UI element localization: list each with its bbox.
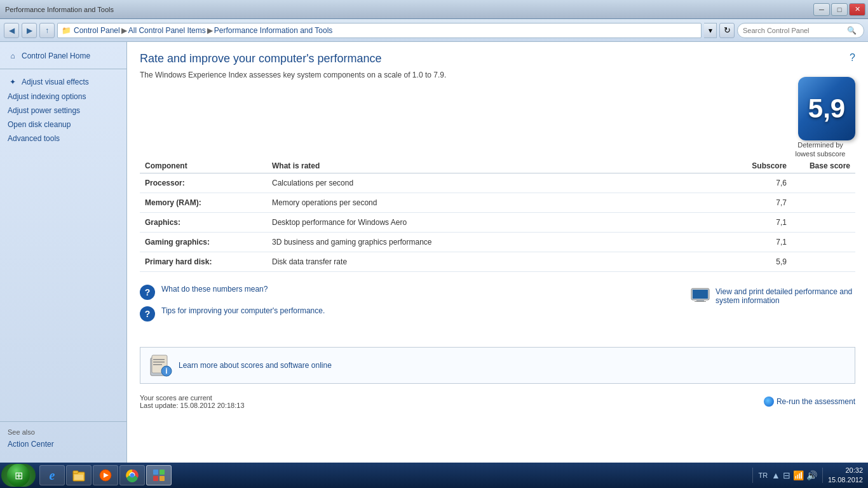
score-value: 5,9 bbox=[808, 95, 845, 122]
taskbar-chrome[interactable] bbox=[119, 465, 145, 485]
taskbar: ⊞ e bbox=[0, 463, 868, 488]
link-item-tips: ? Tips for improving your computer's per… bbox=[140, 306, 325, 322]
sidebar-item-control-panel-home[interactable]: ⌂ Control Panel Home bbox=[0, 48, 126, 64]
processor-rated: Calculations per second bbox=[267, 173, 728, 193]
maximize-button[interactable]: □ bbox=[831, 3, 848, 16]
address-path: 📁 Control Panel ▶ All Control Panel Item… bbox=[57, 23, 702, 38]
volume-icon: 🔊 bbox=[806, 470, 817, 480]
disk-rated: Disk data transfer rate bbox=[267, 252, 728, 271]
component-graphics: Graphics: bbox=[140, 212, 267, 232]
visual-effects-icon: ✦ bbox=[8, 77, 18, 87]
processor-subscore: 7,6 bbox=[728, 173, 792, 193]
sidebar-item-disk-cleanup[interactable]: Open disk cleanup bbox=[0, 118, 126, 132]
rerun-assessment-link[interactable]: Re-run the assessment bbox=[764, 396, 855, 407]
col-subscore: Subscore bbox=[728, 159, 792, 173]
table-row: Processor: Calculations per second 7,6 bbox=[140, 173, 855, 193]
windows-logo: ⊞ bbox=[15, 470, 23, 482]
tray-language: TR bbox=[758, 471, 768, 479]
sidebar-action-center[interactable]: Action Center bbox=[8, 438, 119, 450]
refresh-button[interactable]: ↻ bbox=[719, 23, 735, 38]
sidebar-section-nav: ⌂ Control Panel Home bbox=[0, 48, 126, 64]
table-row: Graphics: Desktop performance for Window… bbox=[140, 212, 855, 232]
sidebar-item-visual-effects[interactable]: ✦ Adjust visual effects bbox=[0, 74, 126, 90]
taskbar-control-panel[interactable] bbox=[146, 465, 172, 485]
gaming-subscore: 7,1 bbox=[728, 232, 792, 252]
close-button[interactable]: ✕ bbox=[849, 3, 865, 16]
search-icon: 🔍 bbox=[847, 26, 857, 35]
page-description: The Windows Experience Index assesses ke… bbox=[140, 71, 855, 79]
what-numbers-link[interactable]: What do these numbers mean? bbox=[161, 285, 268, 294]
back-button[interactable]: ◀ bbox=[4, 23, 19, 38]
component-processor: Processor: bbox=[140, 173, 267, 193]
content-area: ? Rate and improve your computer's perfo… bbox=[127, 42, 868, 463]
sidebar: ⌂ Control Panel Home ✦ Adjust visual eff… bbox=[0, 42, 127, 463]
minimize-button[interactable]: ─ bbox=[813, 3, 830, 16]
learn-icon: i bbox=[149, 354, 172, 377]
svg-rect-3 bbox=[695, 301, 706, 302]
disk-base bbox=[792, 252, 855, 271]
start-button[interactable]: ⊞ bbox=[1, 464, 36, 487]
sidebar-item-indexing[interactable]: Adjust indexing options bbox=[0, 90, 126, 104]
graphics-base bbox=[792, 212, 855, 232]
home-icon: ⌂ bbox=[8, 51, 18, 61]
media-icon bbox=[98, 468, 113, 483]
processor-base bbox=[792, 173, 855, 193]
taskbar-media[interactable] bbox=[93, 465, 118, 485]
clock-date: 15.08.2012 bbox=[828, 475, 863, 485]
forward-button[interactable]: ▶ bbox=[22, 23, 37, 38]
search-input[interactable] bbox=[743, 27, 844, 34]
help-icon[interactable]: ? bbox=[850, 52, 855, 64]
learn-more-link[interactable]: Learn more about scores and software onl… bbox=[179, 361, 332, 370]
sidebar-item-advanced-tools[interactable]: Advanced tools bbox=[0, 132, 126, 146]
gaming-rated: 3D business and gaming graphics performa… bbox=[267, 232, 728, 252]
col-what-rated: What is rated bbox=[267, 159, 728, 173]
svg-rect-6 bbox=[153, 359, 165, 360]
svg-rect-13 bbox=[74, 475, 83, 480]
col-base-score: Base score bbox=[792, 159, 855, 173]
memory-base bbox=[792, 193, 855, 212]
taskbar-explorer[interactable] bbox=[66, 465, 92, 485]
address-dropdown[interactable]: ▾ bbox=[704, 23, 717, 38]
svg-rect-2 bbox=[696, 300, 704, 301]
component-disk: Primary hard disk: bbox=[140, 252, 267, 271]
title-bar: Performance Information and Tools ─ □ ✕ bbox=[0, 0, 868, 19]
info-links-section: ? What do these numbers mean? ? Tips for… bbox=[140, 285, 325, 328]
tips-link[interactable]: Tips for improving your computer's perfo… bbox=[161, 306, 325, 315]
tray-icons: ▲ ⊟ 📶 🔊 bbox=[771, 470, 817, 480]
clock-time: 20:32 bbox=[828, 466, 863, 475]
svg-rect-8 bbox=[153, 364, 162, 365]
title-bar-controls: ─ □ ✕ bbox=[813, 3, 865, 16]
graphics-subscore: 7,1 bbox=[728, 212, 792, 232]
sidebar-item-power[interactable]: Adjust power settings bbox=[0, 104, 126, 118]
breadcrumb-all-items[interactable]: All Control Panel Items bbox=[128, 26, 206, 35]
title-bar-text: Performance Information and Tools bbox=[3, 6, 114, 13]
status-text: Your scores are current Last update: 15.… bbox=[140, 394, 245, 409]
up-button[interactable]: ↑ bbox=[39, 23, 55, 38]
svg-text:i: i bbox=[165, 367, 167, 376]
svg-rect-7 bbox=[153, 362, 165, 363]
svg-rect-21 bbox=[153, 476, 158, 481]
search-box[interactable]: 🔍 bbox=[737, 23, 864, 38]
breadcrumb-perf[interactable]: Performance Information and Tools bbox=[214, 26, 333, 35]
gaming-base bbox=[792, 232, 855, 252]
see-also-label: See also bbox=[8, 428, 119, 436]
col-component: Component bbox=[140, 159, 267, 173]
memory-rated: Memory operations per second bbox=[267, 193, 728, 212]
disk-subscore: 5,9 bbox=[728, 252, 792, 271]
score-badge: 5,9 bbox=[798, 77, 855, 140]
scores-current: Your scores are current bbox=[140, 394, 245, 402]
breadcrumb-control-panel[interactable]: Control Panel bbox=[74, 26, 120, 35]
component-memory: Memory (RAM): bbox=[140, 193, 267, 212]
system-tray: TR ▲ ⊟ 📶 🔊 20:32 15.08.2012 bbox=[751, 466, 867, 485]
performance-table: Component What is rated Subscore Base sc… bbox=[140, 159, 855, 272]
main-layout: ⌂ Control Panel Home ✦ Adjust visual eff… bbox=[0, 42, 868, 463]
taskbar-ie[interactable]: e bbox=[39, 465, 65, 485]
chrome-icon bbox=[125, 468, 140, 483]
view-print-link[interactable]: View and print detailed performance and … bbox=[715, 287, 855, 305]
question-icon: ? bbox=[140, 285, 155, 300]
question-icon-2: ? bbox=[140, 306, 155, 322]
page-title: Rate and improve your computer's perform… bbox=[140, 52, 855, 65]
control-panel-icon bbox=[151, 468, 166, 483]
windows-globe-icon bbox=[764, 396, 774, 407]
svg-point-18 bbox=[130, 473, 135, 478]
